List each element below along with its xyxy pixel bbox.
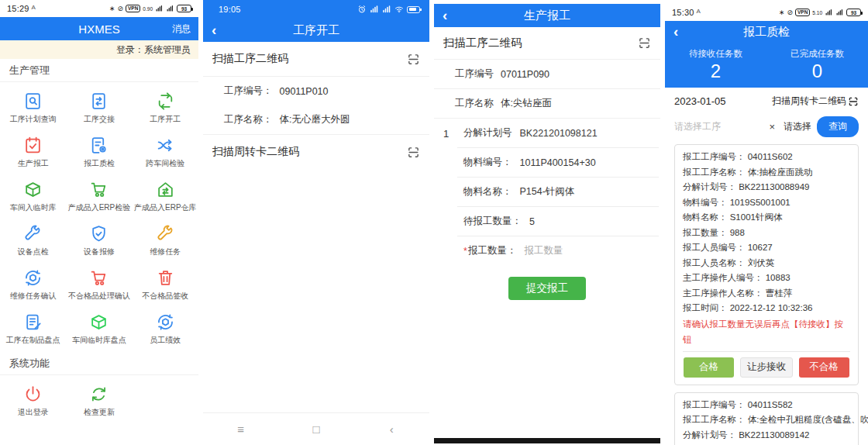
back-button[interactable]: ‹ (673, 24, 678, 39)
app-grid-item[interactable]: 产成品入ERP仓库 (133, 174, 198, 218)
android-nav-bar: ≡ □ ‹ (203, 412, 429, 445)
detail-label: 物料编号： (463, 156, 512, 169)
app-header: HXMES 消息 (0, 17, 198, 40)
scan-qr-icon[interactable] (848, 96, 859, 107)
app-grid-item[interactable]: 设备报修 (66, 218, 132, 262)
loop-arrows-icon (156, 91, 175, 111)
detail-label: 物料名称： (463, 185, 512, 198)
fail-button[interactable]: 不合格 (799, 357, 849, 378)
app-grid: 工序计划查询工序交接工序开工生产报工报工质检跨车间检验车间入临时库产成品入ERP… (0, 82, 198, 352)
card-field-value: BK221130088949 (736, 182, 809, 191)
card-field-value: 2022-12-12 10:32:36 (728, 303, 813, 312)
card-field-row: 报工时间： 2022-12-12 10:32:36 (683, 301, 850, 316)
warehouse-arrows-icon (156, 180, 175, 199)
dnd-icon: ⊘ (117, 5, 123, 12)
back-button[interactable]: ‹ (443, 8, 447, 22)
date-picker[interactable]: 2023-01-05 (674, 95, 726, 107)
scan-qr-icon[interactable] (407, 146, 420, 159)
process-select[interactable]: 请选择 (784, 120, 811, 133)
bottom-black-bar (434, 438, 660, 443)
app-grid-item[interactable]: 报工质检 (66, 129, 132, 174)
submit-report-button[interactable]: 提交报工 (508, 277, 586, 300)
trash-icon (156, 268, 175, 288)
query-button[interactable]: 查询 (817, 116, 859, 137)
app-grid-item[interactable]: 不合格品签收 (133, 262, 198, 306)
messages-link[interactable]: 消息 (172, 22, 191, 36)
qty-input[interactable]: 报工数量 (524, 244, 563, 257)
mute-icon: ∗ (779, 9, 785, 16)
task-stats: 待接收任务数 2 已完成任务数 0 (665, 43, 868, 88)
card-field-label: 报工数量： (683, 228, 728, 237)
app-grid-item[interactable]: 工序开工 (133, 85, 198, 129)
wrench-icon (156, 224, 175, 243)
app-grid-item[interactable]: 维修任务 (133, 218, 198, 262)
app-grid-item[interactable]: 工序在制品盘点 (0, 306, 66, 350)
scan-qr-icon[interactable] (407, 53, 420, 66)
card-field-value: 曹桂萍 (763, 288, 793, 298)
signal-icon (155, 5, 164, 12)
card-field-label: 报工时间： (683, 303, 728, 312)
detail-value: 5 (529, 216, 535, 227)
card-field-label: 报工人员名称： (683, 258, 746, 267)
scan-card-row[interactable]: 扫描周转卡二维码 (203, 134, 429, 169)
app-grid-item[interactable]: 检查更新 (66, 378, 132, 423)
app-grid-item[interactable]: 不合格品处理确认 (66, 262, 132, 306)
scan-process-row[interactable]: 扫描工序二维码 (203, 42, 429, 77)
process-filter-input[interactable]: 请选择工序 (674, 120, 763, 133)
stat-value: 0 (812, 60, 822, 82)
signal-icon (166, 5, 174, 12)
field-row: 工序名称 体:尖钻座面 (434, 89, 660, 119)
app-grid-item[interactable]: 工序计划查询 (0, 85, 66, 129)
card-field-label: 分解计划号： (683, 182, 736, 191)
report-card: 报工工序编号： 04011S582报工工序名称： 体:全检中孔粗糙度(含磕盘、吹… (674, 392, 859, 445)
nav-home-button[interactable]: □ (278, 423, 353, 436)
app-grid-item-label: 产成品入ERP仓库 (134, 202, 197, 213)
report-card: 报工工序编号： 04011S602报工工序名称： 体:抽检座面跳动分解计划号： … (674, 144, 859, 385)
app-grid-item[interactable]: 车间临时库盘点 (66, 306, 132, 350)
app-grid-item[interactable]: 维修任务确认 (0, 262, 66, 306)
clear-filter-icon[interactable]: × (769, 121, 775, 133)
app-grid-item-label: 跨车间检验 (146, 158, 184, 169)
app-grid-item-label: 设备点检 (18, 247, 49, 257)
app-grid-item[interactable]: 设备点检 (0, 218, 66, 262)
signal-icon (835, 9, 844, 16)
status-bar: 19:05 (203, 0, 429, 19)
scan-process-row[interactable]: 扫描工序二维码 (434, 27, 660, 60)
app-grid-item[interactable]: 车间入临时库 (0, 174, 66, 218)
app-grid-item-label: 员工绩效 (150, 335, 181, 346)
field-row: 工序名称： 体:无心磨大外圆 (203, 105, 429, 134)
pass-button[interactable]: 合格 (684, 357, 734, 378)
field-label: 工序名称 (455, 97, 494, 110)
app-grid-item[interactable]: 工序交接 (66, 85, 132, 129)
card-field-row: 物料编号： 1019S5001001 (683, 195, 850, 211)
nav-back-button[interactable]: ‹ (354, 423, 429, 436)
field-row: 工序编号： 09011P010 (203, 77, 429, 105)
field-value: 体:尖钻座面 (501, 97, 552, 110)
detail-row: 物料编号： 1011P400154+30 (457, 148, 659, 178)
nav-menu-button[interactable]: ≡ (203, 423, 278, 436)
filter-row: 请选择工序 × 请选择 查询 (665, 112, 868, 141)
app-grid-item[interactable]: 员工绩效 (133, 306, 198, 350)
scan-card-row[interactable]: 扫描周转卡二维码 (772, 95, 859, 108)
app-grid-item[interactable]: 跨车间检验 (133, 129, 198, 174)
qty-input-row: * 报工数量： 报工数量 (457, 236, 659, 265)
app-grid-item[interactable]: 生产报工 (0, 129, 66, 174)
card-field-row: 主工序操作人名称： 曹桂萍 (683, 286, 850, 302)
scan-qr-icon[interactable] (638, 36, 651, 50)
login-status-bar: 登录：系统管理员 (0, 40, 198, 59)
doc-seal-icon (89, 136, 108, 155)
card-field-value: S1001针阀体 (728, 212, 783, 222)
concession-button[interactable]: 让步接收 (740, 357, 792, 378)
card-field-label: 报工工序名称： (683, 415, 746, 424)
mobile-screens-canvas: 15:29 A ∗ ⊘ VPN 0.90 93 HXMES 消息 登录：系统管理… (0, 0, 868, 445)
card-field-value: 10627 (746, 243, 773, 252)
card-field-label: 报工工序编号： (683, 400, 746, 409)
calendar-check-icon (23, 136, 43, 155)
card-field-row: 报工人员名称： 刘伏英 (683, 256, 850, 271)
app-grid-item[interactable]: 产成品入ERP检验 (66, 174, 132, 218)
app-grid-item[interactable]: 退出登录 (0, 378, 66, 423)
back-button[interactable]: ‹ (212, 22, 216, 37)
box-sync-icon (156, 312, 175, 332)
page-header: ‹ 生产报工 (434, 4, 660, 27)
refresh-icon (89, 385, 108, 404)
